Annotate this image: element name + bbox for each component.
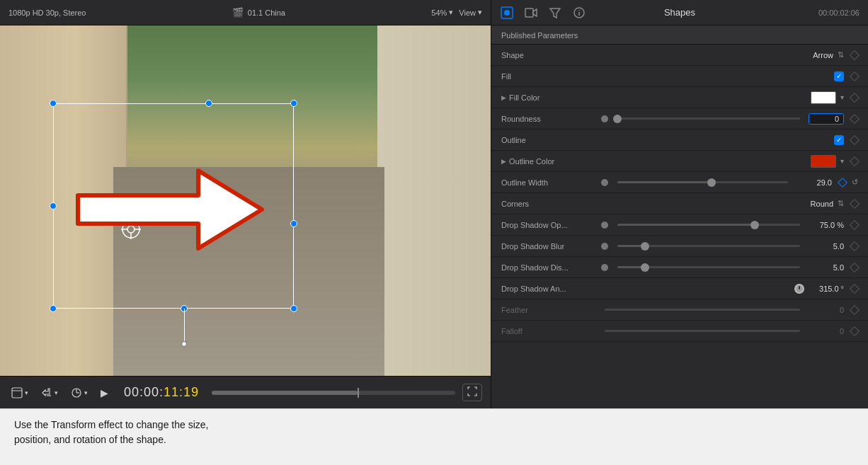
falloff-value: 0 [809,327,844,335]
prop-label-shadow-dist: Drop Shadow Dis... [501,263,600,272]
shadow-dist-value: 5.0 [809,263,844,272]
so-slider-icon [600,221,609,229]
keyframe-diamond-sd[interactable] [850,262,860,272]
shadow-opacity-slider[interactable] [617,224,800,226]
svg-marker-16 [550,8,560,18]
keyframe-diamond-outline-color[interactable] [850,156,860,166]
prop-row-fill: Fill ✓ [491,66,868,87]
prop-control-fill-color: ▾ [600,91,858,104]
stepper-icon[interactable]: ⇅ [838,50,844,59]
rotation-handle[interactable] [181,341,187,347]
feather-slider[interactable] [605,309,800,311]
prop-label-shape: Shape [501,51,600,59]
video-canvas [0,25,491,376]
timeline-progress [212,391,358,395]
transform-tool-button[interactable]: ▾ [38,386,61,400]
clip-name-label: 01.1 China [248,8,285,17]
prop-row-falloff: Falloff 0 [491,321,868,342]
keyframe-diamond-ow[interactable] [838,177,847,187]
keyframe-diamond-shape[interactable] [850,50,860,59]
speed-button[interactable]: ▾ [68,386,91,400]
prop-label-fill-color: ▶ Fill Color [501,93,600,102]
roundness-slider[interactable] [617,117,800,120]
view-dropdown[interactable]: View ▾ [459,8,482,17]
zoom-dropdown[interactable]: 54% ▾ [431,8,453,17]
prop-row-shadow-dist: Drop Shadow Dis... 5.0 [491,257,868,278]
corners-value: Round [798,200,833,208]
shadow-opacity-value: 75.0 % [809,221,844,229]
handle-top-mid[interactable] [205,100,212,107]
shadow-angle-value: 315.0 ° [809,285,844,293]
chevron-down-icon: ▾ [55,389,58,396]
chevron-down-icon: ▾ [478,8,482,17]
handle-top-left[interactable] [50,100,57,107]
shadow-blur-slider[interactable] [617,245,800,247]
handle-right-mid[interactable] [290,220,297,227]
outline-color-dropdown-arrow[interactable]: ▾ [840,157,844,165]
roundness-value[interactable]: 0 [809,113,844,125]
prop-row-shape: Shape Arrow ⇅ [491,45,868,66]
color-dropdown-arrow[interactable]: ▾ [840,93,844,101]
expand-icon[interactable]: ▶ [501,94,506,101]
svg-rect-14 [525,8,533,17]
prop-control-outline-color: ▾ [600,155,858,168]
tab-filter[interactable] [548,6,562,20]
outline-checkbox[interactable]: ✓ [834,135,844,145]
handle-left-mid[interactable] [50,202,57,209]
reset-ow-button[interactable]: ↺ [852,178,858,187]
prop-row-corners: Corners Round ⇅ [491,193,868,214]
prop-control-shadow-blur: 5.0 [600,242,858,251]
fill-color-swatch[interactable] [811,91,836,104]
prop-label-shadow-blur: Drop Shadow Blur [501,242,600,251]
keyframe-diamond-fill[interactable] [850,71,860,81]
prop-control-outline-width: 29.0 ↺ [600,178,858,187]
top-area: 1080p HD 30p, Stereo 🎬 01.1 China 54% ▾ … [0,0,868,408]
stepper-icon[interactable]: ⇅ [838,199,844,208]
tab-video[interactable] [524,6,538,20]
keyframe-diamond-roundness[interactable] [850,113,860,123]
video-top-bar: 1080p HD 30p, Stereo 🎬 01.1 China 54% ▾ … [0,0,491,25]
prop-row-roundness: Roundness 0 [491,108,868,130]
building-right [377,25,491,376]
tab-info[interactable] [572,6,586,20]
keyframe-diamond-corners[interactable] [850,198,860,208]
fullscreen-button[interactable] [462,384,482,401]
expand-icon[interactable]: ▶ [501,158,506,165]
svg-point-21 [601,179,608,186]
handle-bottom-right[interactable] [290,305,297,312]
keyframe-diamond-feather[interactable] [850,304,860,314]
chevron-down-icon: ▾ [449,8,453,17]
outline-width-value: 29.0 [796,178,832,187]
play-button[interactable]: ▶ [98,386,111,400]
prop-control-shape: Arrow ⇅ [600,50,858,59]
keyframe-diamond-so[interactable] [850,219,860,229]
keyframe-diamond-fill-color[interactable] [850,92,860,102]
prop-control-feather: 0 [600,306,858,314]
prop-row-outline-color: ▶ Outline Color ▾ [491,151,868,172]
prop-row-outline: Outline ✓ [491,130,868,151]
handle-bottom-left[interactable] [50,305,57,312]
timeline-scrubber[interactable] [212,391,455,395]
panel-timecode: 00:00:02:06 [818,8,860,17]
angle-disc[interactable] [794,284,804,294]
prop-control-shadow-angle: 315.0 ° [600,284,858,294]
prop-label-feather: Feather [501,306,600,314]
outline-width-slider[interactable] [617,181,788,183]
film-icon: 🎬 [232,7,244,18]
sd-slider-icon [600,263,609,272]
prop-label-shadow-opacity: Drop Shadow Op... [501,221,600,229]
keyframe-diamond-sa[interactable] [850,283,860,293]
view-options-button[interactable]: ▾ [8,386,31,400]
fill-checkbox[interactable]: ✓ [834,71,844,81]
tab-properties[interactable] [500,6,514,20]
prop-label-roundness: Roundness [501,115,600,123]
falloff-slider[interactable] [605,330,800,332]
outline-color-swatch[interactable] [811,155,836,168]
keyframe-diamond-falloff[interactable] [850,326,860,335]
shadow-dist-slider[interactable] [617,266,800,268]
prop-control-outline: ✓ [600,135,858,145]
keyframe-diamond-sb[interactable] [850,241,860,251]
handle-top-right[interactable] [290,100,297,107]
keyframe-diamond-outline[interactable] [850,134,860,144]
right-panel: Shapes 00:00:02:06 Published Parameters … [491,0,868,408]
